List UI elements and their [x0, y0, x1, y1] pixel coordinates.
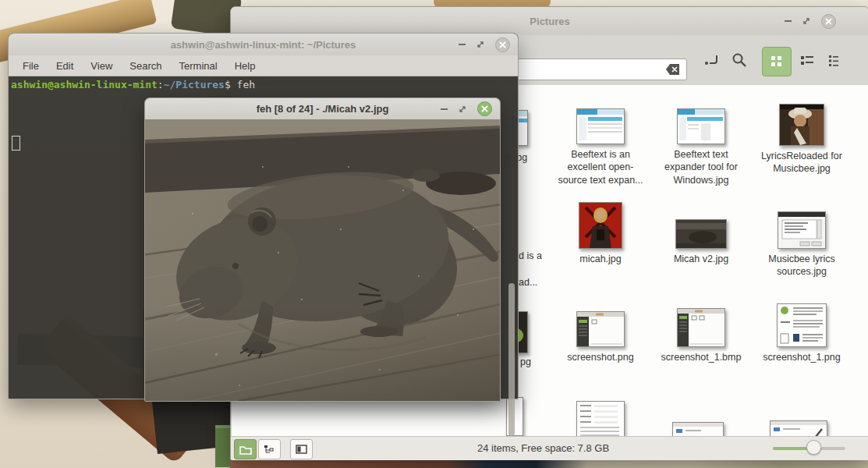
- list-item[interactable]: [753, 419, 844, 436]
- list-item[interactable]: Beeftext text expander tool for Windows.…: [656, 107, 746, 186]
- minimize-icon[interactable]: [785, 20, 792, 22]
- list-item[interactable]: Beeftext is an excellent open- source te…: [555, 107, 646, 186]
- file-label: Musicbee lyrics sources.jpg: [756, 253, 847, 278]
- list-item[interactable]: [555, 401, 646, 436]
- list-view-button[interactable]: [793, 47, 821, 75]
- list-item[interactable]: screenshot_1.bmp: [656, 303, 746, 363]
- menu-search[interactable]: Search: [129, 60, 161, 72]
- list-item[interactable]: LyricsReloaded for Musicbee.jpg: [756, 104, 847, 176]
- list-item[interactable]: [653, 420, 743, 436]
- list-item[interactable]: screenshot_1.png: [756, 300, 847, 363]
- maximize-icon[interactable]: [477, 41, 484, 48]
- maximize-icon[interactable]: [459, 105, 466, 113]
- zoom-slider-fill: [773, 447, 810, 450]
- file-label: LyricsReloaded for Musicbee.jpg: [756, 150, 847, 176]
- status-text: 24 items, Free space: 7.8 GB: [477, 442, 609, 454]
- file-label: Micah v2.jpg: [656, 253, 746, 265]
- file-label-clipped[interactable]: pg: [520, 356, 531, 367]
- file-label: screenshot.png: [555, 351, 646, 363]
- file-label: Beeftext is an excellent open- source te…: [555, 148, 646, 186]
- feh-window: feh [8 of 24] - ./Micah v2.jpg: [144, 98, 501, 402]
- file-label: screenshot_1.png: [756, 351, 847, 363]
- prompt-separator: :: [158, 79, 164, 90]
- minimize-icon[interactable]: [441, 108, 448, 110]
- terminal-cursor: [12, 136, 20, 151]
- location-entry-icon[interactable]: [702, 51, 721, 69]
- thumbnail-micah-photo: [579, 202, 622, 249]
- thumbnail-form-screenshot: [576, 401, 625, 436]
- terminal-titlebar[interactable]: ashwin@ashwin-linux-mint: ~/Pictures: [9, 34, 518, 56]
- thumbnail-screenshot-window: [677, 308, 725, 347]
- icon-view-button[interactable]: [762, 47, 792, 76]
- file-label: Beeftext text expander tool for Windows.…: [656, 148, 746, 186]
- thumbnail-beeftext-screenshot: [677, 108, 725, 144]
- list-item[interactable]: Micah v2.jpg: [656, 200, 746, 265]
- terminal-title: ashwin@ashwin-linux-mint: ~/Pictures: [9, 39, 518, 51]
- file-label: micah.jpg: [555, 253, 646, 265]
- places-toggle-button[interactable]: [234, 439, 257, 459]
- thumbnail-document-page: [777, 303, 827, 347]
- sidebar-toggle-button[interactable]: [290, 439, 313, 459]
- maximize-icon[interactable]: [802, 17, 810, 25]
- menu-help[interactable]: Help: [235, 60, 256, 72]
- list-item[interactable]: Musicbee lyrics sources.jpg: [756, 200, 847, 278]
- thumbnail-screenshot-window: [576, 311, 625, 347]
- thumbnail-window-screenshot: [770, 420, 827, 436]
- menu-terminal[interactable]: Terminal: [179, 60, 218, 72]
- feh-titlebar[interactable]: feh [8 of 24] - ./Micah v2.jpg: [145, 98, 500, 120]
- prompt-path: ~/Pictures: [164, 79, 225, 90]
- thumbnail-window-screenshot: [672, 422, 724, 436]
- menu-file[interactable]: File: [23, 60, 39, 72]
- file-label: screenshot_1.bmp: [656, 351, 746, 363]
- menu-edit[interactable]: Edit: [56, 60, 73, 72]
- status-bar: 24 items, Free space: 7.8 GB: [231, 436, 868, 460]
- list-item[interactable]: micah.jpg: [555, 200, 646, 265]
- close-icon[interactable]: [477, 101, 492, 116]
- prompt-user-host: ashwin@ashwin-linux-mint: [11, 79, 158, 90]
- minimize-icon[interactable]: [459, 44, 466, 45]
- treeview-toggle-button[interactable]: [258, 439, 281, 459]
- close-icon[interactable]: [495, 37, 510, 52]
- file-label-clipped[interactable]: ad...: [519, 277, 537, 288]
- terminal-menubar: File Edit View Search Terminal Help: [9, 55, 518, 76]
- close-icon[interactable]: [821, 14, 836, 29]
- compact-view-button[interactable]: [821, 47, 849, 75]
- file-label-clipped[interactable]: d is a: [519, 250, 542, 261]
- feh-image-rat-photo[interactable]: [145, 119, 500, 401]
- prompt-symbol: $: [225, 79, 237, 90]
- file-manager-title: Pictures: [231, 16, 868, 27]
- list-item[interactable]: screenshot.png: [555, 307, 646, 363]
- search-icon[interactable]: [730, 51, 749, 69]
- thumbnail-musicbee-dialog: [778, 211, 826, 249]
- clear-search-icon[interactable]: [665, 63, 681, 76]
- file-manager-titlebar[interactable]: Pictures: [231, 7, 868, 36]
- thumbnail-cowboy-photo: [779, 104, 824, 146]
- menu-view[interactable]: View: [90, 60, 112, 72]
- thumbnail-beeftext-screenshot: [576, 108, 625, 144]
- zoom-slider-handle[interactable]: [806, 440, 821, 455]
- thumbnail-micah-v2-photo: [675, 219, 727, 249]
- terminal-scrollbar[interactable]: [508, 283, 515, 436]
- typed-command: feh: [237, 79, 255, 90]
